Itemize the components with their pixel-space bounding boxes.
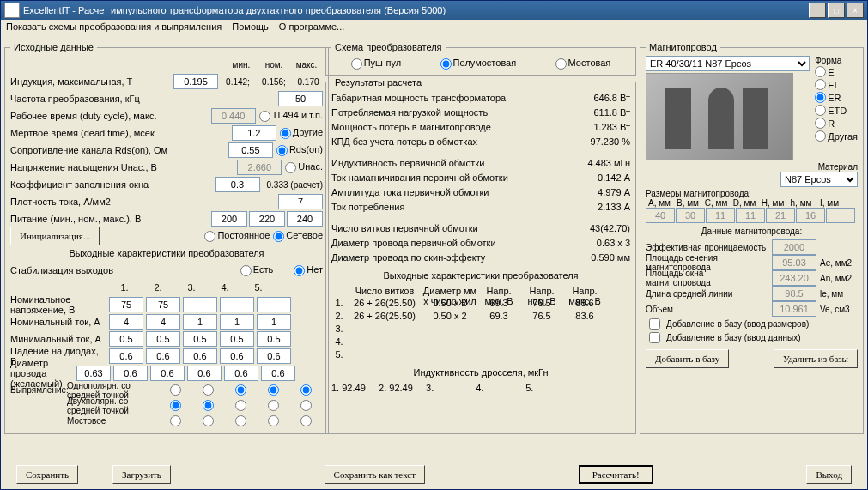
vnom-4[interactable] — [220, 297, 254, 312]
psrc-const-radio[interactable]: Постоянное — [204, 230, 270, 242]
rect-r2-4[interactable] — [268, 400, 279, 411]
imin-1[interactable] — [109, 331, 143, 347]
supply-min[interactable] — [211, 211, 247, 227]
rect-r1-4[interactable] — [268, 384, 279, 396]
jcur-input[interactable] — [278, 194, 323, 209]
vdrop-5[interactable] — [257, 348, 291, 364]
result-pgab: 646.8 Вт — [570, 93, 630, 103]
calculate-button[interactable]: Рассчитать! — [579, 465, 653, 484]
core-select[interactable]: ER 40/30/11 N87 Epcos — [646, 56, 810, 71]
save-text-button[interactable]: Сохранить как текст — [325, 465, 425, 484]
init-button[interactable]: Инициализация... — [10, 227, 100, 245]
wdia-1[interactable] — [113, 366, 148, 381]
shape-r-radio[interactable]: R — [815, 117, 858, 130]
shape-ei-radio[interactable]: EI — [815, 78, 858, 91]
wdia-3[interactable] — [187, 366, 222, 381]
duty-radio-other[interactable]: Другие — [280, 127, 323, 139]
output-chars-label: Выходные характеристики преобразователя — [10, 248, 323, 258]
scheme-pushpull-radio[interactable]: Пуш-пул — [351, 57, 402, 70]
shape-e-radio[interactable]: E — [815, 65, 858, 78]
imin-5[interactable] — [257, 331, 291, 347]
out-row-3: 3. — [331, 324, 630, 336]
inom-2[interactable] — [146, 314, 180, 330]
rect-r2-1[interactable] — [170, 400, 181, 411]
psrc-mains-radio[interactable]: Сетевое — [273, 230, 323, 242]
vol-value — [772, 301, 816, 317]
induction-label: Индукция, максимальная, Т — [10, 76, 170, 87]
shape-er-radio[interactable]: ER — [815, 91, 858, 104]
maximize-button[interactable]: □ — [828, 3, 845, 18]
del-from-db-button[interactable]: Удалить из базы — [774, 349, 858, 368]
wdia-2[interactable] — [150, 366, 185, 381]
wdia-5[interactable] — [261, 366, 295, 381]
result-ploss: 1.283 Вт — [570, 122, 630, 132]
supply-max[interactable] — [287, 211, 323, 227]
add-to-db-button[interactable]: Добавить в базу — [646, 349, 729, 368]
shape-other-radio[interactable]: Другая — [815, 130, 858, 142]
rect-r1-2[interactable] — [203, 384, 214, 396]
vdrop-1[interactable] — [109, 348, 143, 364]
add-dims-checkbox[interactable] — [649, 318, 660, 330]
close-button[interactable]: × — [847, 3, 864, 18]
rect-r3-4[interactable] — [268, 415, 279, 426]
exit-button[interactable]: Выход — [806, 465, 852, 484]
imin-4[interactable] — [220, 331, 254, 347]
freq-input[interactable] — [278, 91, 323, 106]
imin-3[interactable] — [183, 331, 217, 347]
result-nprim: 43(42.70) — [570, 223, 630, 233]
inom-5[interactable] — [257, 314, 291, 330]
rect-r1-5[interactable] — [300, 384, 312, 396]
rect-r1-3[interactable] — [235, 384, 246, 396]
rect-r3-1[interactable] — [170, 415, 181, 426]
kfill-input[interactable] — [215, 177, 260, 192]
dim-h1 — [766, 208, 795, 223]
scheme-bridge-radio[interactable]: Мостовая — [555, 57, 611, 70]
rect-r3-5[interactable] — [300, 415, 312, 426]
material-select[interactable]: N87 Epcos — [780, 172, 858, 187]
load-button[interactable]: Загрузить — [112, 465, 171, 484]
result-dprim: 0.63 x 3 — [570, 238, 630, 248]
usat-radio[interactable]: Uнас. — [285, 161, 323, 173]
rds-radio[interactable]: Rds(on) — [276, 144, 323, 156]
minimize-button[interactable]: _ — [809, 3, 826, 18]
rect-r2-2[interactable] — [203, 400, 214, 411]
rect-r3-3[interactable] — [235, 415, 246, 426]
vnom-3[interactable] — [183, 297, 217, 312]
duty-radio-tl494[interactable]: TL494 и т.п. — [259, 110, 323, 122]
induction-input[interactable] — [173, 74, 218, 89]
vnom-2[interactable] — [146, 297, 180, 312]
inom-4[interactable] — [220, 314, 254, 330]
save-button[interactable]: Сохранить — [16, 465, 78, 484]
inom-3[interactable] — [183, 314, 217, 330]
rds-label: Сопротивление канала Rds(on), Ом — [10, 145, 225, 155]
vdrop-2[interactable] — [146, 348, 180, 364]
menu-help[interactable]: Помощь — [232, 21, 269, 37]
stab-yes-radio[interactable]: Есть — [240, 264, 273, 276]
vnom-1[interactable] — [109, 297, 143, 312]
imin-2[interactable] — [146, 331, 180, 347]
rds-input[interactable] — [228, 142, 273, 158]
vdrop-4[interactable] — [220, 348, 254, 364]
inom-1[interactable] — [109, 314, 143, 330]
wdia-4[interactable] — [224, 366, 258, 381]
vnom-5[interactable] — [257, 297, 291, 312]
menu-schemes[interactable]: Показать схемы преобразования и выпрямле… — [6, 21, 222, 37]
vnom-label: Номинальное напряжение, В — [10, 294, 106, 315]
duty-label: Рабочее время (duty cycle), макс. — [10, 111, 208, 121]
out-chars-header: Выходные характеристики преобразователя — [331, 270, 630, 281]
stab-no-radio[interactable]: Нет — [294, 264, 323, 276]
rect-r2-5[interactable] — [300, 400, 312, 411]
wdia-own[interactable] — [76, 366, 111, 381]
rect-r1-1[interactable] — [170, 384, 181, 396]
dead-input[interactable] — [232, 125, 276, 141]
vdrop-3[interactable] — [183, 348, 217, 364]
add-data-checkbox[interactable] — [649, 332, 660, 343]
supply-nom[interactable] — [249, 211, 285, 227]
rect-r3-2[interactable] — [203, 415, 214, 426]
rect-r2-3[interactable] — [235, 400, 246, 411]
menu-about[interactable]: О программе... — [279, 21, 344, 37]
core-data-label: Данные магнитопровода: — [646, 227, 858, 236]
scheme-halfbridge-radio[interactable]: Полумостовая — [440, 57, 517, 70]
result-eff: 97.230 % — [570, 136, 630, 147]
shape-etd-radio[interactable]: ETD — [815, 104, 858, 117]
